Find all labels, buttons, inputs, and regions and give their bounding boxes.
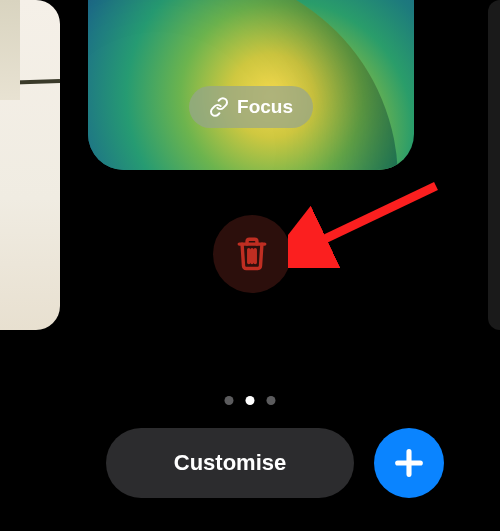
focus-button[interactable]: Focus xyxy=(189,86,313,128)
page-dot xyxy=(267,396,276,405)
wallpaper-preview-current[interactable]: Focus xyxy=(88,0,414,170)
trash-icon xyxy=(235,235,269,273)
link-icon xyxy=(209,97,229,117)
customise-label: Customise xyxy=(174,450,286,476)
annotation-arrow xyxy=(288,178,448,268)
wallpaper-preview-prev[interactable] xyxy=(0,0,60,330)
page-dot-active xyxy=(246,396,255,405)
delete-wallpaper-button[interactable] xyxy=(213,215,291,293)
focus-label: Focus xyxy=(237,96,293,118)
add-wallpaper-button[interactable] xyxy=(374,428,444,498)
customise-button[interactable]: Customise xyxy=(106,428,354,498)
plus-icon xyxy=(392,446,426,480)
wallpaper-preview-next[interactable] xyxy=(488,0,500,330)
page-indicator xyxy=(225,396,276,405)
svg-line-1 xyxy=(310,186,436,246)
page-dot xyxy=(225,396,234,405)
